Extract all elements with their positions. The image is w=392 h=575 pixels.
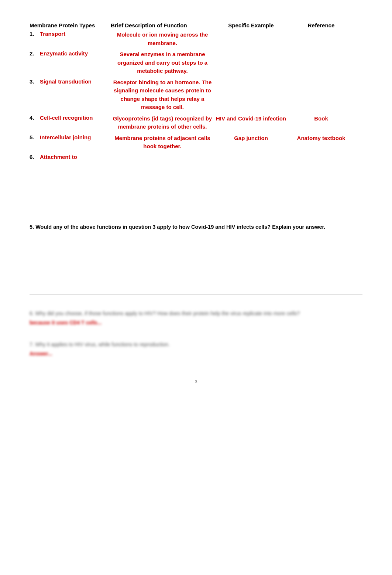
col-header-example: Specific Example — [214, 22, 288, 28]
row5-ref: Anatomy textbook — [288, 134, 354, 143]
row5-example: Gap junction — [214, 134, 288, 143]
blurred-q7-answer: Answer... — [30, 351, 362, 357]
table-row-4: 4. Cell-cell recognition Glycoproteins (… — [30, 115, 362, 131]
row3-number: 3. — [30, 78, 40, 85]
section-divider — [30, 294, 362, 295]
blurred-q7-text: 7. Why it applies to HIV virus, while fu… — [30, 340, 362, 348]
question-5-text: 5. Would any of the above functions in q… — [30, 223, 362, 231]
blurred-section: 6. Why did you choose, if those function… — [30, 309, 362, 357]
question-5-body: Would any of the above functions in ques… — [35, 224, 325, 230]
table-section: Membrane Protein Types Brief Description… — [30, 22, 362, 160]
row6-name-block: 6. Attachment to — [30, 154, 111, 160]
row3-name-block: 3. Signal transduction — [30, 78, 111, 85]
col-header-reference: Reference — [288, 22, 354, 28]
row3-name: Signal transduction — [40, 78, 92, 85]
row5-name-block: 5. Intercellular joining — [30, 134, 111, 140]
row4-name-block: 4. Cell-cell recognition — [30, 115, 111, 121]
question-5-answer-space — [30, 239, 362, 283]
table-row-3: 3. Signal transduction Receptor binding … — [30, 78, 362, 112]
page-content: Membrane Protein Types Brief Description… — [30, 22, 362, 384]
table-row-6: 6. Attachment to — [30, 154, 362, 160]
blurred-q6-answer: because it uses CD4 T cells... — [30, 320, 362, 326]
table-header-row: Membrane Protein Types Brief Description… — [30, 22, 362, 28]
table-row-5: 5. Intercellular joining Membrane protei… — [30, 134, 362, 151]
col-header-types: Membrane Protein Types — [30, 22, 111, 28]
row5-name: Intercellular joining — [40, 134, 91, 140]
question-5-number: 5. — [30, 224, 34, 230]
row5-desc: Membrane proteins of adjacent cells hook… — [111, 134, 214, 151]
page-number: 3 — [30, 379, 362, 384]
row2-number: 2. — [30, 50, 40, 57]
blurred-question-7: 7. Why it applies to HIV virus, while fu… — [30, 340, 362, 357]
question-5-section: 5. Would any of the above functions in q… — [30, 223, 362, 283]
row4-desc: Glycoproteins (id tags) recognized by me… — [111, 115, 214, 131]
row3-desc: Receptor binding to an hormone. The sign… — [111, 78, 214, 112]
row4-name: Cell-cell recognition — [40, 115, 93, 121]
row4-number: 4. — [30, 115, 40, 121]
table-answer-space — [30, 175, 362, 204]
row2-name-block: 2. Enzymatic activity — [30, 50, 111, 57]
blurred-question-6: 6. Why did you choose, if those function… — [30, 309, 362, 326]
row4-example: HIV and Covid-19 infection — [214, 115, 288, 123]
row4-ref: Book — [288, 115, 354, 123]
row1-number: 1. — [30, 31, 40, 37]
row1-name-block: 1. Transport — [30, 31, 111, 37]
blurred-q6-text: 6. Why did you choose, if those function… — [30, 309, 362, 317]
col-header-description: Brief Description of Function — [111, 22, 214, 28]
row2-desc: Several enzymes in a membrane organized … — [111, 50, 214, 75]
table-row-1: 1. Transport Molecule or ion moving acro… — [30, 31, 362, 47]
row1-desc: Molecule or ion moving across the membra… — [111, 31, 214, 47]
row5-number: 5. — [30, 134, 40, 140]
row6-name: Attachment to — [40, 154, 77, 160]
row1-name: Transport — [40, 31, 65, 37]
row2-name: Enzymatic activity — [40, 50, 88, 57]
table-row-2: 2. Enzymatic activity Several enzymes in… — [30, 50, 362, 75]
row6-number: 6. — [30, 154, 40, 160]
